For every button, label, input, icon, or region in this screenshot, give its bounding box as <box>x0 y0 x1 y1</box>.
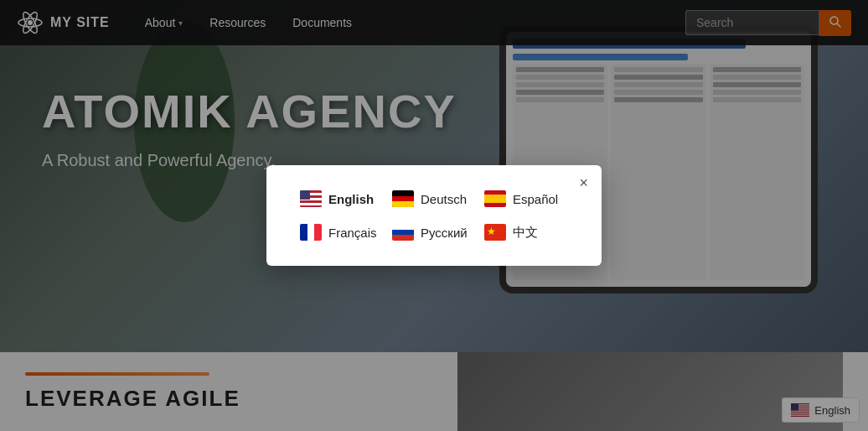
modal-close-button[interactable]: × <box>579 175 588 190</box>
flag-es <box>484 190 506 207</box>
lang-option-chinese[interactable]: 中文 <box>484 224 568 241</box>
lang-option-deutsch[interactable]: Deutsch <box>392 190 476 207</box>
flag-fr <box>300 224 322 241</box>
flag-ru <box>392 224 414 241</box>
modal-overlay[interactable]: × English Deutsch Español Français <box>0 0 868 431</box>
lang-option-russian[interactable]: Русский <box>392 224 476 241</box>
lang-option-english[interactable]: English <box>300 190 384 207</box>
lang-label-english: English <box>328 192 374 206</box>
lang-option-francais[interactable]: Français <box>300 224 384 241</box>
flag-de <box>392 190 414 207</box>
language-modal: × English Deutsch Español Français <box>266 165 602 266</box>
lang-label-chinese: 中文 <box>513 225 538 241</box>
lang-label-francais: Français <box>328 226 377 240</box>
flag-cn <box>484 224 506 241</box>
lang-label-deutsch: Deutsch <box>421 192 467 206</box>
lang-option-espanol[interactable]: Español <box>484 190 568 207</box>
flag-us <box>300 190 322 207</box>
lang-label-espanol: Español <box>513 192 558 206</box>
language-grid: English Deutsch Español Français Русский <box>300 190 568 241</box>
lang-label-russian: Русский <box>421 226 468 240</box>
